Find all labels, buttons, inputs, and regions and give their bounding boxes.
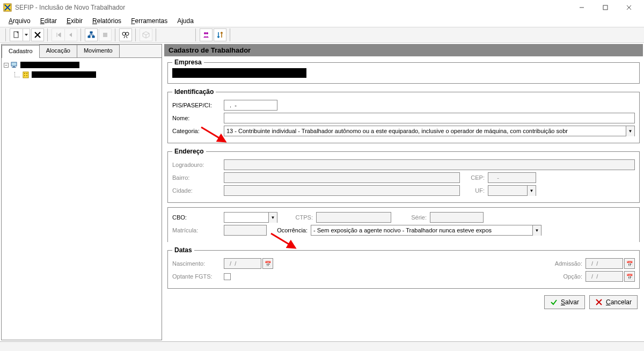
minimize-button[interactable]	[570, 1, 594, 14]
matricula-label: Matrícula:	[172, 227, 221, 233]
ocorrencia-select[interactable]: - Sem exposição a agente nocivo - Trabal…	[311, 225, 541, 236]
svg-rect-18	[24, 75, 25, 76]
svg-point-9	[126, 32, 129, 35]
categoria-select[interactable]: 13 - Contribuinte individual - Trabalhad…	[224, 126, 635, 136]
menu-relatorios[interactable]: Relatórios	[88, 16, 126, 26]
categoria-label: Categoria:	[172, 128, 221, 134]
cancel-button[interactable]: Cancelar	[589, 295, 638, 309]
categoria-value: 13 - Contribuinte individual - Trabalhad…	[224, 128, 626, 134]
empresa-legend: Empresa	[172, 58, 204, 66]
sidebar: Cadastro Alocação Movimento −	[1, 44, 162, 340]
check-icon	[550, 298, 558, 306]
menu-arquivo[interactable]: Arquivo	[4, 16, 35, 26]
stop-button[interactable]	[99, 28, 112, 41]
optante-label: Optante FGTS:	[172, 273, 221, 280]
bairro-label: Bairro:	[172, 174, 221, 181]
menu-ajuda[interactable]: Ajuda	[173, 16, 198, 26]
ocorrencia-value: - Sem exposição a agente nocivo - Trabal…	[311, 227, 532, 233]
users-button[interactable]	[200, 28, 213, 41]
hierarchy-button[interactable]	[85, 28, 98, 41]
svg-rect-13	[13, 67, 15, 67]
ocorrencia-label: Ocorrência:	[270, 227, 308, 233]
nascimento-input	[224, 258, 261, 269]
menubar: Arquivo Editar Exibir Relatórios Ferrame…	[0, 15, 644, 27]
menu-exibir[interactable]: Exibir	[62, 16, 87, 26]
svg-point-10	[204, 32, 206, 34]
cube-button[interactable]	[140, 28, 152, 41]
svg-rect-5	[88, 36, 90, 38]
logradouro-label: Logradouro:	[172, 162, 221, 168]
statusbar	[0, 341, 644, 351]
svg-rect-14	[12, 67, 16, 68]
maximize-button[interactable]	[594, 1, 617, 14]
chevron-down-icon: ▼	[532, 225, 541, 236]
toolbar	[0, 27, 644, 43]
tree-root[interactable]: −	[4, 60, 159, 70]
window-title: SEFIP - Inclusão de Novo Trabalhador	[15, 4, 570, 11]
save-button[interactable]: Salvar	[544, 295, 585, 309]
computer-icon	[11, 61, 18, 69]
nome-input[interactable]	[224, 113, 635, 123]
new-doc-dropdown-button[interactable]	[23, 28, 30, 41]
close-button[interactable]	[617, 1, 641, 14]
search-button[interactable]	[119, 28, 132, 41]
cross-icon	[595, 298, 603, 306]
svg-rect-7	[103, 33, 107, 37]
nav-prev-button[interactable]	[64, 28, 77, 41]
titlebar: SEFIP - Inclusão de Novo Trabalhador	[0, 0, 644, 15]
sort-button[interactable]	[214, 28, 226, 41]
pis-input[interactable]	[224, 100, 277, 111]
menu-editar[interactable]: Editar	[36, 16, 61, 26]
fieldset-extra: CBO: ▼ CTPS: Série: Matrícula: Ocorrênci…	[167, 207, 640, 242]
tree-child[interactable]	[4, 70, 159, 79]
logradouro-input	[224, 159, 635, 170]
cidade-label: Cidade:	[172, 187, 221, 194]
cbo-select[interactable]: ▼	[224, 212, 277, 223]
svg-rect-4	[90, 32, 92, 33]
menu-ferramentas[interactable]: Ferramentas	[127, 16, 172, 26]
tab-cadastro[interactable]: Cadastro	[2, 45, 40, 58]
save-label: alvar	[565, 298, 579, 306]
pis-label: PIS/PASEP/CI:	[172, 102, 221, 108]
admissao-input	[586, 258, 623, 269]
svg-rect-17	[26, 73, 27, 74]
uf-label: UF:	[463, 187, 485, 194]
form-panel: Cadastro de Trabalhador Empresa Identifi…	[164, 44, 643, 340]
ctps-input	[316, 212, 391, 223]
tab-alocacao[interactable]: Alocação	[39, 45, 77, 57]
uf-select: ▼	[488, 185, 536, 196]
tree-root-label	[20, 62, 79, 68]
collapse-icon[interactable]: −	[4, 63, 9, 68]
tab-movimento[interactable]: Movimento	[77, 45, 120, 57]
endereco-legend: Endereço	[172, 148, 206, 155]
calendar-icon: 📅	[624, 258, 635, 269]
cidade-input	[224, 185, 460, 196]
chevron-down-icon: ▼	[268, 213, 277, 223]
nome-label: Nome:	[172, 115, 221, 121]
chevron-down-icon: ▼	[626, 126, 634, 136]
chevron-down-icon: ▼	[527, 186, 536, 196]
tree-child-label	[32, 71, 96, 78]
app-icon	[3, 3, 12, 12]
cep-input	[488, 172, 536, 183]
nav-first-button[interactable]	[52, 28, 64, 41]
building-icon	[22, 71, 30, 78]
delete-button[interactable]	[31, 28, 44, 41]
fieldset-endereco: Endereço Logradouro: Bairro: CEP: Cidade…	[167, 148, 640, 203]
opcao-input	[586, 271, 623, 282]
svg-point-8	[122, 32, 126, 35]
fieldset-identificacao: Identificação PIS/PASEP/CI: Nome: Catego…	[167, 88, 640, 143]
svg-rect-15	[23, 72, 28, 78]
identificacao-legend: Identificação	[172, 88, 216, 96]
svg-rect-16	[24, 73, 25, 74]
cep-label: CEP:	[463, 174, 485, 181]
serie-input	[430, 212, 484, 223]
fieldset-empresa: Empresa	[167, 58, 640, 84]
new-doc-button[interactable]	[10, 28, 23, 41]
calendar-icon: 📅	[262, 258, 273, 269]
serie-label: Série:	[394, 214, 427, 221]
opcao-label: Opção:	[545, 273, 582, 280]
calendar-icon: 📅	[624, 271, 635, 282]
optante-checkbox	[224, 273, 231, 280]
tree[interactable]: −	[2, 57, 162, 340]
